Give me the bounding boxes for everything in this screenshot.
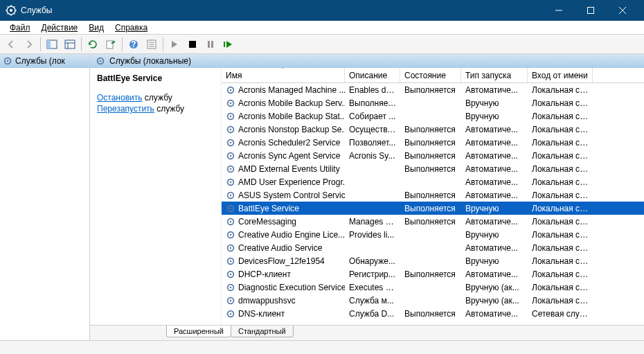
list-body[interactable]: Acronis Managed Machine ...Enables da...… [222, 83, 644, 325]
table-row[interactable]: Acronis Sync Agent ServiceAcronis Sy...В… [222, 149, 644, 162]
service-start-type: Вручную [461, 98, 528, 108]
list-pane: Имя Описание Состояние Тип запуска Вход … [222, 68, 644, 325]
table-row[interactable]: dmwappushsvcСлужба м...Вручную (ак...Лок… [222, 294, 644, 307]
gear-icon [226, 151, 235, 161]
close-button[interactable] [607, 0, 638, 21]
column-description[interactable]: Описание [345, 68, 400, 82]
service-logon: Локальная сис... [528, 125, 593, 134]
column-start-type[interactable]: Тип запуска [461, 68, 528, 82]
svg-point-43 [230, 247, 232, 249]
table-row[interactable]: DHCP-клиентРегистрир...ВыполняетсяАвтома… [222, 267, 644, 281]
svg-point-47 [230, 273, 232, 275]
help-button[interactable]: ? [125, 36, 142, 53]
service-state: Выполняется [400, 164, 461, 174]
table-row[interactable]: Creative Audio Engine Lice...Provides li… [222, 228, 644, 241]
gear-icon [226, 256, 235, 266]
service-description: Служба м... [345, 296, 400, 306]
service-start-type: Автоматиче... [461, 243, 528, 253]
table-row[interactable]: Diagnostic Execution ServiceExecutes di.… [222, 281, 644, 294]
svg-point-45 [230, 260, 232, 262]
svg-rect-5 [65, 40, 75, 48]
tree-root[interactable]: Службы (лок [0, 54, 89, 68]
toolbar-separator [122, 37, 123, 51]
column-state[interactable]: Состояние [400, 68, 461, 82]
restart-service-button[interactable] [220, 36, 237, 53]
pause-service-button[interactable] [202, 36, 219, 53]
service-start-type: Вручную [461, 204, 528, 213]
gear-icon [226, 112, 235, 121]
minimize-button[interactable] [543, 0, 575, 21]
pane-header-label: Службы (локальные) [109, 56, 191, 66]
service-logon: Локальная сис... [528, 112, 593, 121]
table-row[interactable]: DNS-клиентСлужба D...ВыполняетсяАвтомати… [222, 307, 644, 320]
details-button[interactable] [62, 36, 78, 53]
show-hide-tree-button[interactable] [44, 36, 60, 53]
tree-pane: Службы (лок [0, 54, 90, 340]
toolbar-separator [163, 37, 163, 51]
svg-rect-12 [211, 41, 213, 48]
refresh-button[interactable] [84, 36, 101, 53]
svg-point-19 [230, 89, 232, 91]
svg-point-25 [230, 128, 232, 130]
svg-point-49 [230, 286, 232, 288]
export-button[interactable] [102, 36, 119, 53]
tab-standard[interactable]: Стандартный [231, 326, 294, 337]
menu-view[interactable]: Вид [83, 21, 109, 34]
service-state: Выполняется [400, 138, 461, 148]
service-name: Acronis Scheduler2 Service [238, 138, 340, 148]
service-description: Служба D... [345, 309, 400, 319]
table-row[interactable]: AMD External Events UtilityВыполняетсяАв… [222, 162, 644, 175]
forward-button[interactable] [21, 36, 37, 53]
service-description: Собирает ... [345, 112, 400, 121]
gear-icon [3, 56, 12, 66]
gear-icon [226, 125, 235, 134]
gear-icon [226, 230, 235, 240]
service-start-type: Вручную [461, 230, 528, 240]
svg-text:?: ? [131, 39, 136, 49]
column-logon[interactable]: Вход от имени [528, 68, 593, 82]
svg-point-53 [230, 312, 232, 315]
gear-icon [226, 138, 235, 148]
table-row[interactable]: BattlEye ServiceВыполняетсяВручнуюЛокаль… [222, 202, 644, 215]
table-row[interactable]: CoreMessagingManages c...ВыполняетсяАвто… [222, 215, 644, 228]
column-name[interactable]: Имя [222, 68, 345, 82]
restart-service-link[interactable]: Перезапустить [97, 104, 154, 114]
table-row[interactable]: Acronis Managed Machine ...Enables da...… [222, 83, 644, 96]
selected-service-name: BattlEye Service [97, 73, 214, 83]
service-state: Выполняется [400, 151, 461, 161]
service-logon: Сетевая служба [528, 309, 593, 319]
gear-icon [226, 309, 235, 319]
table-row[interactable]: Acronis Scheduler2 ServiceПозволяет...Вы… [222, 136, 644, 149]
service-name: ASUS System Control Service [238, 191, 345, 200]
service-description: Provides li... [345, 230, 400, 240]
list-header: Имя Описание Состояние Тип запуска Вход … [222, 68, 644, 83]
table-row[interactable]: Acronis Nonstop Backup Se...Осуществл...… [222, 123, 644, 136]
table-row[interactable]: AMD User Experience Progr...Автоматиче..… [222, 175, 644, 188]
menu-file[interactable]: Файл [4, 21, 36, 34]
properties-button[interactable] [143, 36, 160, 53]
menu-action[interactable]: Действие [36, 21, 84, 34]
service-start-type: Автоматиче... [461, 138, 528, 148]
stop-service-link[interactable]: Остановить [97, 93, 143, 103]
table-row[interactable]: ASUS System Control ServiceВыполняетсяАв… [222, 188, 644, 202]
tab-extended[interactable]: Расширенный [166, 326, 231, 337]
gear-icon [96, 56, 105, 66]
service-description: Обнаруже... [345, 256, 400, 266]
gear-icon [226, 243, 235, 253]
service-description: Executes di... [345, 283, 400, 292]
table-row[interactable]: Acronis Mobile Backup Stat...Собирает ..… [222, 109, 644, 123]
gear-icon [226, 217, 235, 227]
service-start-type: Автоматиче... [461, 151, 528, 161]
service-name: Diagnostic Execution Service [238, 283, 345, 292]
table-row[interactable]: Creative Audio ServiceАвтоматиче...Локал… [222, 241, 644, 254]
start-service-button[interactable] [166, 36, 183, 53]
maximize-button[interactable] [575, 0, 607, 21]
table-row[interactable]: Acronis Mobile Backup Serv...Выполняет..… [222, 96, 644, 109]
tab-bar: Расширенный Стандартный [90, 325, 644, 340]
menu-help[interactable]: Справка [109, 21, 153, 34]
svg-point-29 [230, 154, 232, 157]
gear-icon [226, 296, 235, 306]
table-row[interactable]: DevicesFlow_12fe1954Обнаруже...ВручнуюЛо… [222, 254, 644, 267]
back-button[interactable] [3, 36, 19, 53]
stop-service-button[interactable] [184, 36, 201, 53]
